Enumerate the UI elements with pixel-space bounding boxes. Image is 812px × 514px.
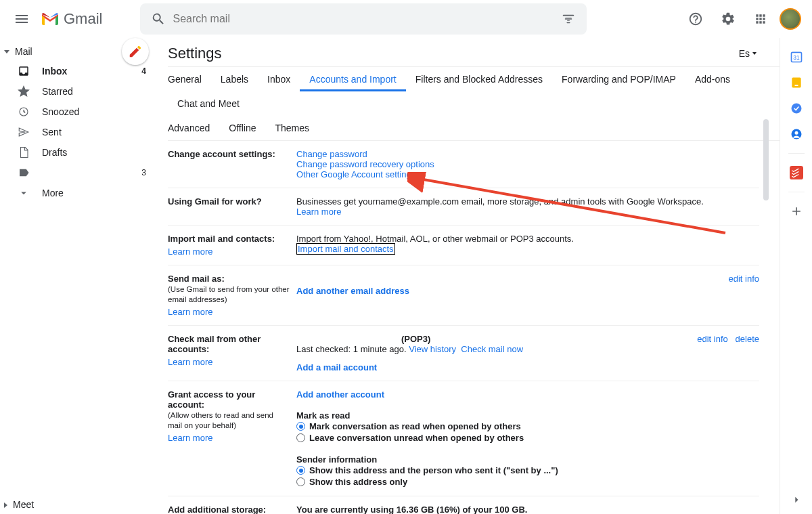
language-selector[interactable]: Es [739, 48, 757, 59]
sidebar-item-label: Sent [42, 127, 62, 137]
gmail-logo[interactable]: Gmail [38, 10, 108, 28]
keep-icon[interactable] [790, 76, 803, 89]
svg-text:31: 31 [793, 54, 800, 61]
import-learn-more-link[interactable]: Learn more [168, 247, 212, 257]
header: Gmail [0, 0, 812, 38]
search-bar[interactable] [140, 3, 587, 35]
section-grant-access: Grant access to your account: (Allow oth… [168, 381, 759, 496]
other-settings-link[interactable]: Other Google Account settings [296, 169, 415, 179]
section-gmail-work: Using Gmail for work? Businesses get you… [168, 188, 759, 226]
radio-show-address-only[interactable]: Show this address only [296, 476, 759, 488]
sidebar-item-drafts[interactable]: Drafts [0, 142, 157, 163]
section-label: Add additional storage: [168, 505, 266, 514]
check-edit-info-link[interactable]: edit info [697, 334, 728, 344]
pop3-label: (POP3) [401, 334, 430, 344]
svg-point-8 [794, 131, 798, 135]
tab-addons[interactable]: Add-ons [685, 67, 740, 91]
add-another-email-link[interactable]: Add another email address [296, 286, 409, 296]
sidebar-section-meet[interactable]: Meet [4, 499, 34, 510]
change-recovery-link[interactable]: Change password recovery options [296, 159, 434, 169]
tab-inbox[interactable]: Inbox [258, 67, 300, 91]
svg-point-6 [791, 104, 801, 114]
section-sublabel: (Allow others to read and send mail on y… [168, 411, 273, 429]
work-learn-more-link[interactable]: Learn more [296, 207, 341, 217]
section-label: Grant access to your account: [168, 389, 255, 410]
section-label: Send mail as: [168, 274, 225, 284]
sender-info-header: Sender information [296, 454, 377, 465]
tasks-icon[interactable] [790, 102, 803, 115]
settings-content: Change account settings: Change password… [168, 141, 780, 514]
support-icon[interactable] [682, 5, 709, 33]
section-sublabel: (Use Gmail to send from your other email… [168, 285, 290, 303]
tab-themes[interactable]: Themes [266, 116, 319, 140]
contacts-icon[interactable] [790, 127, 803, 141]
app-name: Gmail [64, 10, 102, 28]
radio-icon [296, 433, 305, 442]
add-addon-icon[interactable] [790, 205, 803, 218]
sidebar-item-starred[interactable]: Starred [0, 81, 157, 102]
calendar-icon[interactable]: 31 [790, 50, 803, 64]
work-text: Businesses get yourname@example.com emai… [296, 196, 759, 207]
add-another-account-link[interactable]: Add another account [296, 389, 384, 400]
account-avatar[interactable] [780, 8, 801, 30]
check-delete-link[interactable]: delete [736, 334, 759, 344]
check-learn-more-link[interactable]: Learn more [168, 357, 212, 367]
section-label: Import mail and contacts: [168, 234, 275, 244]
main-menu-icon[interactable] [5, 3, 38, 35]
tab-labels[interactable]: Labels [211, 67, 258, 91]
section-label: Change account settings: [168, 149, 275, 159]
sendas-learn-more-link[interactable]: Learn more [168, 307, 212, 317]
main-content: Settings Es General Labels Inbox Account… [157, 38, 780, 514]
section-label: Check mail from other accounts: [168, 334, 261, 354]
radio-leave-unread[interactable]: Leave conversation unread when opened by… [296, 432, 759, 444]
check-mail-now-link[interactable]: Check mail now [461, 344, 523, 354]
radio-icon [296, 466, 305, 475]
sidebar-item-sent[interactable]: Sent [0, 122, 157, 142]
svg-rect-4 [792, 78, 800, 88]
search-options-icon[interactable] [556, 12, 581, 26]
grant-learn-more-link[interactable]: Learn more [168, 433, 212, 443]
tab-filters[interactable]: Filters and Blocked Addresses [406, 67, 552, 91]
svg-rect-5 [794, 85, 798, 86]
tab-forwarding[interactable]: Forwarding and POP/IMAP [552, 67, 685, 91]
apps-icon[interactable] [747, 5, 774, 33]
page-title: Settings [168, 45, 222, 62]
section-import: Import mail and contacts: Learn more Imp… [168, 226, 759, 265]
todoist-icon[interactable] [790, 166, 803, 179]
scrollbar[interactable] [763, 119, 769, 404]
pencil-icon [128, 44, 143, 59]
sidebar-item-label: Drafts [42, 147, 67, 158]
tab-offline[interactable]: Offline [219, 116, 265, 140]
tab-advanced[interactable]: Advanced [168, 116, 219, 140]
compose-button[interactable] [122, 38, 149, 65]
radio-mark-read[interactable]: Mark conversation as read when opened by… [296, 421, 759, 432]
sidebar-item-label-custom[interactable]: 3 [0, 163, 157, 183]
sidebar: Mail Inbox 4 Starred Snoozed Sent Drafts [0, 38, 157, 514]
tab-general[interactable]: General [168, 67, 211, 91]
header-actions [682, 5, 807, 33]
mark-read-header: Mark as read [296, 410, 351, 421]
section-label: Using Gmail for work? [168, 196, 262, 207]
tab-accounts-import[interactable]: Accounts and Import [300, 67, 405, 91]
tab-chat-meet[interactable]: Chat and Meet [168, 91, 249, 116]
add-mail-account-link[interactable]: Add a mail account [296, 362, 377, 372]
radio-icon [296, 477, 305, 486]
view-history-link[interactable]: View history [409, 344, 456, 354]
settings-icon[interactable] [715, 5, 742, 33]
section-check-mail: Check mail from other accounts: Learn mo… [168, 326, 759, 381]
change-password-link[interactable]: Change password [296, 149, 367, 159]
import-mail-contacts-link[interactable]: Import mail and contacts [296, 243, 395, 255]
sidebar-item-more[interactable]: More [0, 183, 157, 203]
gmail-icon [41, 12, 60, 26]
sidebar-item-snoozed[interactable]: Snoozed [0, 102, 157, 122]
collapse-panel-icon[interactable] [790, 493, 803, 509]
side-panel: 31 [780, 38, 812, 514]
search-icon[interactable] [145, 12, 171, 26]
section-change-account: Change account settings: Change password… [168, 141, 759, 188]
radio-show-sentby[interactable]: Show this address and the person who sen… [296, 465, 759, 476]
sidebar-item-label: Snoozed [42, 106, 79, 117]
import-text: Import from Yahoo!, Hotmail, AOL, or oth… [296, 234, 759, 244]
search-input[interactable] [171, 12, 556, 26]
sendas-edit-info-link[interactable]: edit info [728, 274, 759, 284]
sidebar-item-label: Starred [42, 86, 73, 97]
